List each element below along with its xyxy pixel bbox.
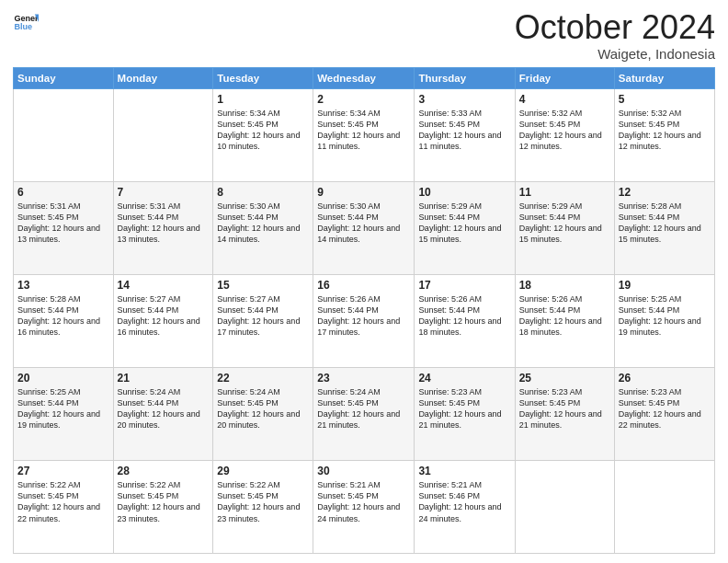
day-number: 30 <box>317 464 410 478</box>
day-number: 13 <box>17 278 109 293</box>
day-cell: 31Sunrise: 5:21 AMSunset: 5:46 PMDayligh… <box>415 460 515 553</box>
day-info: Sunrise: 5:28 AMSunset: 5:44 PMDaylight:… <box>17 293 109 339</box>
day-number: 17 <box>418 278 510 293</box>
day-info: Sunrise: 5:31 AMSunset: 5:44 PMDaylight:… <box>118 201 210 246</box>
day-cell: 23Sunrise: 5:24 AMSunset: 5:45 PMDayligh… <box>313 367 415 460</box>
day-cell: 2Sunrise: 5:34 AMSunset: 5:45 PMDaylight… <box>313 88 415 181</box>
day-number: 11 <box>519 185 610 200</box>
day-info: Sunrise: 5:30 AMSunset: 5:44 PMDaylight:… <box>317 201 410 246</box>
day-cell: 8Sunrise: 5:30 AMSunset: 5:44 PMDaylight… <box>213 181 313 274</box>
day-number: 4 <box>519 92 610 107</box>
day-cell: 1Sunrise: 5:34 AMSunset: 5:45 PMDaylight… <box>213 88 313 181</box>
day-cell <box>14 88 114 181</box>
calendar-table: SundayMondayTuesdayWednesdayThursdayFrid… <box>13 67 715 554</box>
svg-text:Blue: Blue <box>14 22 32 31</box>
day-cell: 17Sunrise: 5:26 AMSunset: 5:44 PMDayligh… <box>415 274 515 367</box>
day-cell: 9Sunrise: 5:30 AMSunset: 5:44 PMDaylight… <box>313 181 415 274</box>
location-title: Waigete, Indonesia <box>515 46 715 62</box>
day-number: 5 <box>619 92 711 107</box>
week-row-2: 6Sunrise: 5:31 AMSunset: 5:45 PMDaylight… <box>14 181 715 274</box>
week-row-4: 20Sunrise: 5:25 AMSunset: 5:44 PMDayligh… <box>14 367 715 460</box>
col-header-sunday: Sunday <box>14 67 114 88</box>
day-cell: 10Sunrise: 5:29 AMSunset: 5:44 PMDayligh… <box>415 181 515 274</box>
day-cell: 22Sunrise: 5:24 AMSunset: 5:45 PMDayligh… <box>213 367 313 460</box>
day-info: Sunrise: 5:27 AMSunset: 5:44 PMDaylight:… <box>118 293 210 339</box>
day-info: Sunrise: 5:28 AMSunset: 5:44 PMDaylight:… <box>619 201 711 246</box>
page: General Blue October 2024 Waigete, Indon… <box>0 0 728 563</box>
day-cell: 19Sunrise: 5:25 AMSunset: 5:44 PMDayligh… <box>614 274 714 367</box>
day-info: Sunrise: 5:33 AMSunset: 5:45 PMDaylight:… <box>418 108 510 153</box>
day-info: Sunrise: 5:29 AMSunset: 5:44 PMDaylight:… <box>418 201 510 246</box>
week-row-3: 13Sunrise: 5:28 AMSunset: 5:44 PMDayligh… <box>14 274 715 367</box>
day-cell: 3Sunrise: 5:33 AMSunset: 5:45 PMDaylight… <box>415 88 515 181</box>
day-info: Sunrise: 5:26 AMSunset: 5:44 PMDaylight:… <box>418 293 510 339</box>
day-info: Sunrise: 5:24 AMSunset: 5:45 PMDaylight:… <box>317 386 410 431</box>
day-number: 12 <box>619 185 711 200</box>
day-info: Sunrise: 5:31 AMSunset: 5:45 PMDaylight:… <box>17 201 109 246</box>
title-block: October 2024 Waigete, Indonesia <box>515 9 715 62</box>
day-info: Sunrise: 5:25 AMSunset: 5:44 PMDaylight:… <box>17 386 109 431</box>
day-number: 14 <box>118 278 210 293</box>
day-cell: 12Sunrise: 5:28 AMSunset: 5:44 PMDayligh… <box>614 181 714 274</box>
week-row-5: 27Sunrise: 5:22 AMSunset: 5:45 PMDayligh… <box>14 460 715 553</box>
day-info: Sunrise: 5:26 AMSunset: 5:44 PMDaylight:… <box>519 293 610 339</box>
day-info: Sunrise: 5:21 AMSunset: 5:46 PMDaylight:… <box>418 479 510 524</box>
day-number: 9 <box>317 185 410 200</box>
day-info: Sunrise: 5:27 AMSunset: 5:44 PMDaylight:… <box>217 293 309 339</box>
day-info: Sunrise: 5:32 AMSunset: 5:45 PMDaylight:… <box>519 108 610 153</box>
header-row: SundayMondayTuesdayWednesdayThursdayFrid… <box>14 67 715 88</box>
day-number: 23 <box>317 371 410 385</box>
day-cell: 20Sunrise: 5:25 AMSunset: 5:44 PMDayligh… <box>14 367 114 460</box>
day-info: Sunrise: 5:32 AMSunset: 5:45 PMDaylight:… <box>619 108 711 153</box>
day-cell: 18Sunrise: 5:26 AMSunset: 5:44 PMDayligh… <box>515 274 614 367</box>
day-cell <box>113 88 213 181</box>
day-info: Sunrise: 5:22 AMSunset: 5:45 PMDaylight:… <box>118 479 210 524</box>
day-cell: 7Sunrise: 5:31 AMSunset: 5:44 PMDaylight… <box>113 181 213 274</box>
day-info: Sunrise: 5:24 AMSunset: 5:44 PMDaylight:… <box>118 386 210 431</box>
day-number: 29 <box>217 464 309 478</box>
day-info: Sunrise: 5:23 AMSunset: 5:45 PMDaylight:… <box>619 386 711 431</box>
day-info: Sunrise: 5:23 AMSunset: 5:45 PMDaylight:… <box>418 386 510 431</box>
day-cell: 25Sunrise: 5:23 AMSunset: 5:45 PMDayligh… <box>515 367 614 460</box>
week-row-1: 1Sunrise: 5:34 AMSunset: 5:45 PMDaylight… <box>14 88 715 181</box>
day-number: 28 <box>118 464 210 478</box>
day-cell: 26Sunrise: 5:23 AMSunset: 5:45 PMDayligh… <box>614 367 714 460</box>
day-number: 1 <box>217 92 309 107</box>
day-number: 26 <box>619 371 711 385</box>
col-header-tuesday: Tuesday <box>213 67 313 88</box>
day-cell <box>614 460 714 553</box>
day-number: 21 <box>118 371 210 385</box>
logo: General Blue <box>13 9 39 35</box>
day-cell: 29Sunrise: 5:22 AMSunset: 5:45 PMDayligh… <box>213 460 313 553</box>
day-cell: 15Sunrise: 5:27 AMSunset: 5:44 PMDayligh… <box>213 274 313 367</box>
day-number: 6 <box>17 185 109 200</box>
col-header-friday: Friday <box>515 67 614 88</box>
day-info: Sunrise: 5:22 AMSunset: 5:45 PMDaylight:… <box>17 479 109 524</box>
day-cell: 14Sunrise: 5:27 AMSunset: 5:44 PMDayligh… <box>113 274 213 367</box>
day-info: Sunrise: 5:24 AMSunset: 5:45 PMDaylight:… <box>217 386 309 431</box>
day-number: 10 <box>418 185 510 200</box>
day-cell: 4Sunrise: 5:32 AMSunset: 5:45 PMDaylight… <box>515 88 614 181</box>
day-number: 2 <box>317 92 410 107</box>
day-info: Sunrise: 5:25 AMSunset: 5:44 PMDaylight:… <box>619 293 711 339</box>
day-number: 18 <box>519 278 610 293</box>
day-number: 16 <box>317 278 410 293</box>
day-cell: 16Sunrise: 5:26 AMSunset: 5:44 PMDayligh… <box>313 274 415 367</box>
day-cell: 11Sunrise: 5:29 AMSunset: 5:44 PMDayligh… <box>515 181 614 274</box>
day-number: 31 <box>418 464 510 478</box>
day-number: 8 <box>217 185 309 200</box>
day-number: 24 <box>418 371 510 385</box>
col-header-monday: Monday <box>113 67 213 88</box>
month-title: October 2024 <box>515 9 715 46</box>
day-info: Sunrise: 5:21 AMSunset: 5:45 PMDaylight:… <box>317 479 410 524</box>
day-cell: 21Sunrise: 5:24 AMSunset: 5:44 PMDayligh… <box>113 367 213 460</box>
logo-icon: General Blue <box>13 9 39 35</box>
day-number: 25 <box>519 371 610 385</box>
day-info: Sunrise: 5:30 AMSunset: 5:44 PMDaylight:… <box>217 201 309 246</box>
day-number: 7 <box>118 185 210 200</box>
day-cell <box>515 460 614 553</box>
col-header-thursday: Thursday <box>415 67 515 88</box>
day-number: 22 <box>217 371 309 385</box>
day-info: Sunrise: 5:34 AMSunset: 5:45 PMDaylight:… <box>217 108 309 153</box>
day-info: Sunrise: 5:23 AMSunset: 5:45 PMDaylight:… <box>519 386 610 431</box>
